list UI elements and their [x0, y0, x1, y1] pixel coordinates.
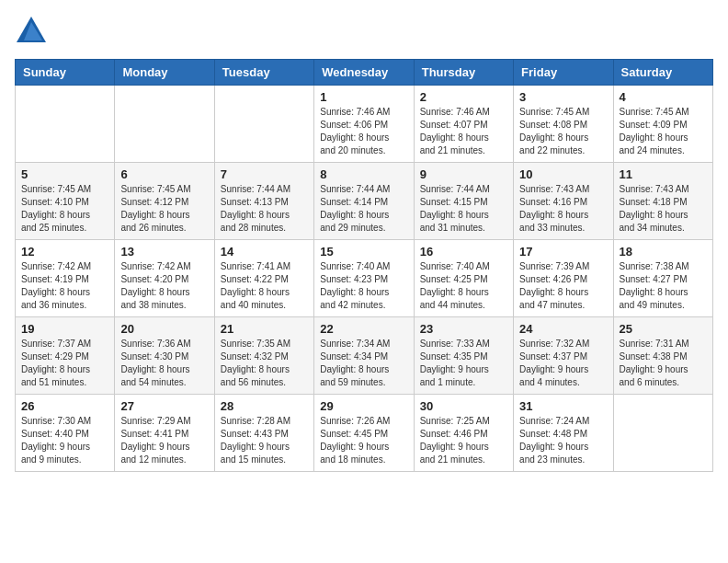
weekday-header-saturday: Saturday [613, 60, 712, 86]
calendar-cell: 7Sunrise: 7:44 AM Sunset: 4:13 PM Daylig… [214, 163, 313, 240]
day-number: 14 [221, 245, 308, 259]
day-info: Sunrise: 7:37 AM Sunset: 4:29 PM Dayligh… [21, 338, 108, 389]
calendar-cell: 5Sunrise: 7:45 AM Sunset: 4:10 PM Daylig… [16, 163, 115, 240]
day-info: Sunrise: 7:26 AM Sunset: 4:45 PM Dayligh… [320, 415, 407, 466]
calendar-week-row: 5Sunrise: 7:45 AM Sunset: 4:10 PM Daylig… [16, 163, 713, 240]
day-number: 9 [420, 167, 507, 181]
day-info: Sunrise: 7:28 AM Sunset: 4:43 PM Dayligh… [221, 415, 308, 466]
weekday-header-friday: Friday [514, 60, 613, 86]
calendar-cell: 8Sunrise: 7:44 AM Sunset: 4:14 PM Daylig… [314, 163, 414, 240]
day-info: Sunrise: 7:31 AM Sunset: 4:38 PM Dayligh… [620, 338, 707, 389]
day-info: Sunrise: 7:32 AM Sunset: 4:37 PM Dayligh… [519, 338, 607, 389]
day-info: Sunrise: 7:43 AM Sunset: 4:16 PM Dayligh… [519, 183, 607, 235]
calendar-cell: 30Sunrise: 7:25 AM Sunset: 4:46 PM Dayli… [414, 395, 513, 472]
day-number: 20 [120, 322, 208, 336]
day-info: Sunrise: 7:44 AM Sunset: 4:15 PM Dayligh… [420, 183, 507, 235]
day-info: Sunrise: 7:44 AM Sunset: 4:14 PM Dayligh… [320, 183, 407, 235]
day-info: Sunrise: 7:29 AM Sunset: 4:41 PM Dayligh… [120, 415, 208, 466]
day-info: Sunrise: 7:42 AM Sunset: 4:19 PM Dayligh… [21, 260, 108, 312]
day-info: Sunrise: 7:45 AM Sunset: 4:09 PM Dayligh… [620, 106, 707, 157]
day-number: 30 [420, 399, 507, 413]
day-info: Sunrise: 7:42 AM Sunset: 4:20 PM Dayligh… [120, 260, 208, 312]
day-number: 27 [120, 399, 208, 413]
weekday-header-monday: Monday [115, 60, 214, 86]
calendar-cell: 18Sunrise: 7:38 AM Sunset: 4:27 PM Dayli… [613, 240, 712, 317]
day-number: 5 [21, 167, 108, 181]
calendar-cell: 10Sunrise: 7:43 AM Sunset: 4:16 PM Dayli… [514, 163, 613, 240]
day-number: 3 [519, 90, 607, 104]
weekday-header-row: SundayMondayTuesdayWednesdayThursdayFrid… [16, 60, 713, 86]
calendar-cell: 21Sunrise: 7:35 AM Sunset: 4:32 PM Dayli… [214, 317, 313, 395]
calendar-cell: 22Sunrise: 7:34 AM Sunset: 4:34 PM Dayli… [314, 317, 414, 395]
calendar-cell: 24Sunrise: 7:32 AM Sunset: 4:37 PM Dayli… [514, 317, 613, 395]
calendar-cell [613, 395, 712, 472]
day-info: Sunrise: 7:25 AM Sunset: 4:46 PM Dayligh… [420, 415, 507, 466]
calendar-cell: 11Sunrise: 7:43 AM Sunset: 4:18 PM Dayli… [613, 163, 712, 240]
calendar-cell: 29Sunrise: 7:26 AM Sunset: 4:45 PM Dayli… [314, 395, 414, 472]
day-info: Sunrise: 7:38 AM Sunset: 4:27 PM Dayligh… [620, 260, 707, 312]
day-info: Sunrise: 7:40 AM Sunset: 4:23 PM Dayligh… [320, 260, 407, 312]
day-number: 21 [221, 322, 308, 336]
calendar-cell: 20Sunrise: 7:36 AM Sunset: 4:30 PM Dayli… [115, 317, 214, 395]
calendar-cell: 12Sunrise: 7:42 AM Sunset: 4:19 PM Dayli… [16, 240, 115, 317]
calendar-cell: 17Sunrise: 7:39 AM Sunset: 4:26 PM Dayli… [514, 240, 613, 317]
calendar-cell: 25Sunrise: 7:31 AM Sunset: 4:38 PM Dayli… [613, 317, 712, 395]
calendar-cell: 2Sunrise: 7:46 AM Sunset: 4:07 PM Daylig… [414, 86, 513, 163]
weekday-header-wednesday: Wednesday [314, 60, 414, 86]
calendar-cell: 28Sunrise: 7:28 AM Sunset: 4:43 PM Dayli… [214, 395, 313, 472]
calendar-week-row: 1Sunrise: 7:46 AM Sunset: 4:06 PM Daylig… [16, 86, 713, 163]
day-number: 4 [620, 90, 707, 104]
day-number: 17 [519, 245, 607, 259]
calendar-cell: 13Sunrise: 7:42 AM Sunset: 4:20 PM Dayli… [115, 240, 214, 317]
day-number: 16 [420, 245, 507, 259]
calendar-cell: 26Sunrise: 7:30 AM Sunset: 4:40 PM Dayli… [16, 395, 115, 472]
day-number: 29 [320, 399, 407, 413]
day-info: Sunrise: 7:40 AM Sunset: 4:25 PM Dayligh… [420, 260, 507, 312]
calendar-week-row: 12Sunrise: 7:42 AM Sunset: 4:19 PM Dayli… [16, 240, 713, 317]
calendar-cell: 19Sunrise: 7:37 AM Sunset: 4:29 PM Dayli… [16, 317, 115, 395]
day-info: Sunrise: 7:41 AM Sunset: 4:22 PM Dayligh… [221, 260, 308, 312]
logo-icon [15, 15, 48, 48]
day-number: 15 [320, 245, 407, 259]
day-info: Sunrise: 7:45 AM Sunset: 4:10 PM Dayligh… [21, 183, 108, 235]
logo [15, 15, 51, 48]
calendar-cell: 6Sunrise: 7:45 AM Sunset: 4:12 PM Daylig… [115, 163, 214, 240]
day-info: Sunrise: 7:43 AM Sunset: 4:18 PM Dayligh… [620, 183, 707, 235]
page-container: SundayMondayTuesdayWednesdayThursdayFrid… [0, 0, 728, 479]
calendar-table: SundayMondayTuesdayWednesdayThursdayFrid… [15, 59, 713, 472]
day-info: Sunrise: 7:39 AM Sunset: 4:26 PM Dayligh… [519, 260, 607, 312]
calendar-cell: 1Sunrise: 7:46 AM Sunset: 4:06 PM Daylig… [314, 86, 414, 163]
day-info: Sunrise: 7:24 AM Sunset: 4:48 PM Dayligh… [519, 415, 607, 466]
calendar-cell: 15Sunrise: 7:40 AM Sunset: 4:23 PM Dayli… [314, 240, 414, 317]
day-number: 12 [21, 245, 108, 259]
day-number: 19 [21, 322, 108, 336]
calendar-cell: 4Sunrise: 7:45 AM Sunset: 4:09 PM Daylig… [613, 86, 712, 163]
day-info: Sunrise: 7:46 AM Sunset: 4:07 PM Dayligh… [420, 106, 507, 157]
calendar-cell: 31Sunrise: 7:24 AM Sunset: 4:48 PM Dayli… [514, 395, 613, 472]
day-number: 8 [320, 167, 407, 181]
day-info: Sunrise: 7:46 AM Sunset: 4:06 PM Dayligh… [320, 106, 407, 157]
day-number: 6 [120, 167, 208, 181]
day-number: 10 [519, 167, 607, 181]
weekday-header-thursday: Thursday [414, 60, 513, 86]
calendar-cell: 3Sunrise: 7:45 AM Sunset: 4:08 PM Daylig… [514, 86, 613, 163]
calendar-cell: 14Sunrise: 7:41 AM Sunset: 4:22 PM Dayli… [214, 240, 313, 317]
day-info: Sunrise: 7:30 AM Sunset: 4:40 PM Dayligh… [21, 415, 108, 466]
calendar-cell: 27Sunrise: 7:29 AM Sunset: 4:41 PM Dayli… [115, 395, 214, 472]
day-number: 28 [221, 399, 308, 413]
calendar-cell [214, 86, 313, 163]
calendar-cell: 9Sunrise: 7:44 AM Sunset: 4:15 PM Daylig… [414, 163, 513, 240]
weekday-header-tuesday: Tuesday [214, 60, 313, 86]
day-info: Sunrise: 7:45 AM Sunset: 4:12 PM Dayligh… [120, 183, 208, 235]
calendar-week-row: 19Sunrise: 7:37 AM Sunset: 4:29 PM Dayli… [16, 317, 713, 395]
calendar-week-row: 26Sunrise: 7:30 AM Sunset: 4:40 PM Dayli… [16, 395, 713, 472]
day-number: 25 [620, 322, 707, 336]
weekday-header-sunday: Sunday [16, 60, 115, 86]
day-number: 1 [320, 90, 407, 104]
day-number: 11 [620, 167, 707, 181]
day-number: 31 [519, 399, 607, 413]
calendar-cell [115, 86, 214, 163]
day-number: 2 [420, 90, 507, 104]
calendar-cell: 16Sunrise: 7:40 AM Sunset: 4:25 PM Dayli… [414, 240, 513, 317]
calendar-cell: 23Sunrise: 7:33 AM Sunset: 4:35 PM Dayli… [414, 317, 513, 395]
